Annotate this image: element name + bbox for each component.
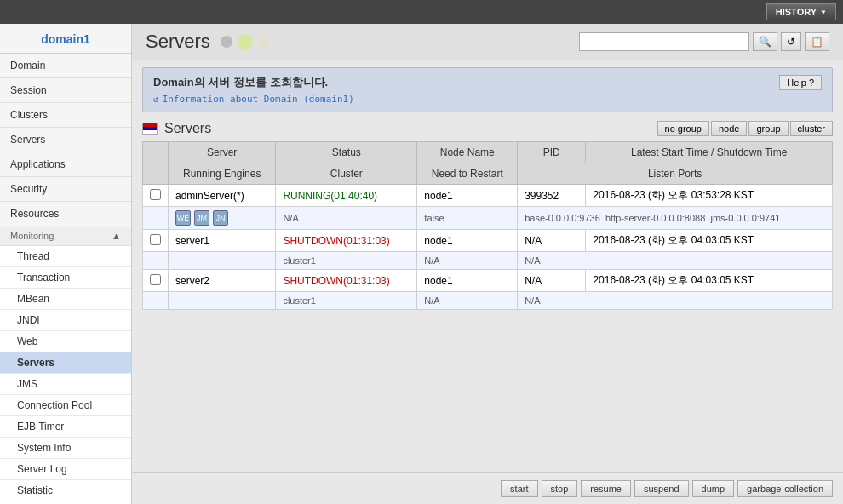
node-button[interactable]: node (711, 121, 747, 136)
bottom-action-bar: start stop resume suspend dump garbage-c… (132, 472, 843, 504)
history-button[interactable]: HISTORY ▼ (766, 3, 836, 20)
engine-icon-we: WE (175, 210, 191, 226)
table-row: adminServer(*) RUNNING(01:40:40) node1 3… (143, 185, 833, 207)
dot-2 (238, 34, 253, 49)
row-checkbox-admin (143, 185, 169, 207)
stop-button[interactable]: stop (542, 480, 578, 497)
group-button[interactable]: group (748, 121, 788, 136)
help-button[interactable]: Help ? (779, 75, 822, 90)
no-group-button[interactable]: no group (657, 121, 709, 136)
server-name-server2: server2 (169, 270, 276, 292)
question-icon: ? (809, 77, 814, 88)
sidebar-monitoring-section[interactable]: Monitoring ▲ (0, 226, 131, 246)
th-latest-start-time: Latest Start Time / Shutdown Time (586, 142, 833, 163)
cluster-server1: cluster1 (276, 252, 417, 270)
pid-server2: N/A (518, 270, 586, 292)
page-header: Servers 🔍 ↺ 📋 (132, 24, 843, 60)
sidebar-item-servers[interactable]: Servers (0, 128, 131, 152)
sidebar-item-resources[interactable]: Resources (0, 202, 131, 226)
table-sub-row: WE JM JN N/A false base-0.0.0.0:9736 htt… (143, 207, 833, 230)
listen-ports-server1: N/A (518, 252, 833, 270)
page-title: Servers (146, 31, 210, 53)
sidebar-item-thread[interactable]: Thread (0, 246, 131, 267)
start-time-admin: 2016-08-23 (화) 오후 03:53:28 KST (586, 185, 833, 207)
help-label: Help (787, 77, 806, 88)
sidebar-item-connection-pool[interactable]: Connection Pool (0, 395, 131, 416)
server-name-server1: server1 (169, 230, 276, 252)
refresh-small-icon: ↺ (153, 94, 159, 105)
toolbar-right: 🔍 ↺ 📋 (579, 32, 829, 51)
sidebar-item-jms[interactable]: JMS (0, 374, 131, 395)
th-need-to-restart: Need to Restart (417, 163, 518, 185)
sidebar-item-applications[interactable]: Applications (0, 152, 131, 177)
start-time-server1: 2016-08-23 (화) 오후 04:03:05 KST (586, 230, 833, 252)
monitoring-label: Monitoring (10, 231, 54, 241)
engines-admin: WE JM JN (169, 207, 276, 230)
sidebar: domain1 Domain Session Clusters Servers … (0, 24, 132, 504)
status-server2: SHUTDOWN(01:31:03) (276, 270, 417, 292)
engine-icon-jm: JM (194, 210, 209, 226)
checkbox-admin[interactable] (150, 189, 161, 200)
th-checkbox (143, 142, 169, 163)
listen-ports-admin: base-0.0.0.0:9736 http-server-0.0.0.0:80… (518, 207, 833, 230)
sidebar-item-servers-sub[interactable]: Servers (0, 352, 131, 374)
table-wrapper: Server Status Node Name PID Latest Start… (132, 141, 843, 472)
cluster-button[interactable]: cluster (790, 121, 833, 136)
resume-button[interactable]: resume (581, 480, 631, 497)
main-content: Servers 🔍 ↺ 📋 Help ? Domain의 서버 정보를 조회합니… (132, 24, 843, 504)
table-row: server2 SHUTDOWN(01:31:03) node1 N/A 201… (143, 270, 833, 292)
info-domain-text: Information about Domain (domain1) (163, 94, 354, 105)
need-restart-admin: false (417, 207, 518, 230)
cluster-server2: cluster1 (276, 292, 417, 310)
garbage-collection-button[interactable]: garbage-collection (737, 480, 833, 497)
top-bar: HISTORY ▼ (0, 0, 843, 24)
dot-1 (221, 36, 232, 48)
section-title-text: Servers (164, 121, 211, 136)
sidebar-item-server-log[interactable]: Server Log (0, 459, 131, 480)
suspend-button[interactable]: suspend (634, 480, 689, 497)
refresh-button[interactable]: ↺ (781, 32, 801, 51)
checkbox-server2[interactable] (150, 274, 161, 285)
export-button[interactable]: 📋 (805, 32, 829, 51)
page-title-area: Servers (146, 31, 270, 53)
table-sub-row: cluster1 N/A N/A (143, 252, 833, 270)
sidebar-item-statistic[interactable]: Statistic (0, 480, 131, 501)
th-running-engines: Running Engines (169, 163, 276, 185)
pid-server1: N/A (518, 230, 586, 252)
need-restart-server1: N/A (417, 252, 518, 270)
sidebar-item-session[interactable]: Session (0, 78, 131, 103)
sidebar-item-mbean[interactable]: MBean (0, 289, 131, 310)
row-checkbox-server1 (143, 230, 169, 252)
sidebar-item-ejb-timer[interactable]: EJB Timer (0, 416, 131, 438)
section-title: Servers (142, 121, 211, 136)
status-server1: SHUTDOWN(01:31:03) (276, 230, 417, 252)
sidebar-item-clusters[interactable]: Clusters (0, 103, 131, 128)
sidebar-item-transaction[interactable]: Transaction (0, 267, 131, 289)
sidebar-domain-title[interactable]: domain1 (0, 24, 131, 54)
node-name-admin: node1 (417, 185, 518, 207)
chevron-icon: ▲ (112, 231, 121, 241)
sidebar-item-web[interactable]: Web (0, 331, 131, 352)
sidebar-item-jndi[interactable]: JNDI (0, 310, 131, 331)
checkbox-server1[interactable] (150, 234, 161, 245)
need-restart-server2: N/A (417, 292, 518, 310)
sidebar-item-security[interactable]: Security (0, 177, 131, 202)
th-status: Status (276, 142, 417, 163)
info-main-text: Domain의 서버 정보를 조회합니다. (153, 75, 822, 90)
server-name-admin: adminServer(*) (169, 185, 276, 207)
sidebar-item-domain[interactable]: Domain (0, 54, 131, 78)
search-button[interactable]: 🔍 (753, 32, 777, 51)
sidebar-item-system-info[interactable]: System Info (0, 438, 131, 459)
row-checkbox-server2 (143, 270, 169, 292)
server-flag-icon (142, 123, 158, 135)
start-button[interactable]: start (501, 480, 537, 497)
chevron-down-icon: ▼ (820, 9, 827, 16)
engine-icons-admin: WE JM JN (175, 210, 268, 226)
sub-checkbox-admin (143, 207, 169, 230)
search-input[interactable] (579, 32, 749, 51)
status-admin: RUNNING(01:40:40) (276, 185, 417, 207)
th-pid: PID (518, 142, 586, 163)
dump-button[interactable]: dump (692, 480, 735, 497)
node-name-server1: node1 (417, 230, 518, 252)
th-server: Server (169, 142, 276, 163)
